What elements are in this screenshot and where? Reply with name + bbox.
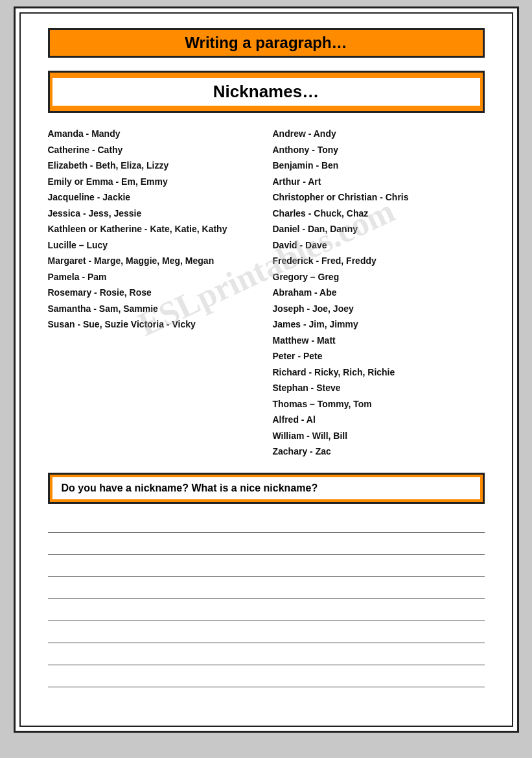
list-item: Elizabeth - Beth, Eliza, Lizzy bbox=[48, 158, 260, 174]
list-item: David - Dave bbox=[273, 237, 485, 254]
list-item: Joseph - Joe, Joey bbox=[273, 301, 485, 317]
list-item: Benjamin - Ben bbox=[273, 158, 485, 174]
list-item: Abraham - Abe bbox=[273, 285, 485, 301]
question-box: Do you have a nickname? What is a nice n… bbox=[48, 473, 485, 504]
left-column: Amanda - MandyCatherine - CathyElizabeth… bbox=[48, 126, 260, 460]
list-item: Pamela - Pam bbox=[48, 269, 260, 285]
list-item: Stephan - Steve bbox=[273, 380, 485, 396]
list-item: Amanda - Mandy bbox=[48, 126, 260, 142]
list-item: Daniel - Dan, Danny bbox=[273, 221, 485, 237]
subtitle-box: Nicknames… bbox=[48, 71, 485, 113]
subtitle: Nicknames… bbox=[65, 82, 467, 102]
list-item: Peter - Pete bbox=[273, 348, 485, 364]
writing-line[interactable] bbox=[48, 514, 485, 533]
list-item: Zachary - Zac bbox=[273, 444, 485, 460]
right-column: Andrew - AndyAnthony - TonyBenjamin - Be… bbox=[273, 126, 485, 460]
list-item: Samantha - Sam, Sammie bbox=[48, 301, 260, 317]
list-item: Jessica - Jess, Jessie bbox=[48, 206, 260, 222]
list-item: Richard - Ricky, Rich, Richie bbox=[273, 364, 485, 381]
list-item: Matthew - Matt bbox=[273, 333, 485, 349]
list-item: Jacqueline - Jackie bbox=[48, 189, 260, 206]
writing-lines bbox=[48, 514, 485, 687]
writing-line[interactable] bbox=[48, 580, 485, 599]
question-inner: Do you have a nickname? What is a nice n… bbox=[52, 477, 480, 499]
list-item: William - Will, Bill bbox=[273, 428, 485, 444]
list-item: Thomas – Tommy, Tom bbox=[273, 396, 485, 412]
page: Writing a paragraph… Nicknames… ESLprint… bbox=[14, 6, 519, 733]
writing-line[interactable] bbox=[48, 602, 485, 621]
writing-line[interactable] bbox=[48, 668, 485, 687]
writing-line[interactable] bbox=[48, 646, 485, 665]
list-item: Christopher or Christian - Chris bbox=[273, 189, 485, 206]
list-item: Andrew - Andy bbox=[273, 126, 485, 142]
writing-line[interactable] bbox=[48, 624, 485, 643]
list-item: Kathleen or Katherine - Kate, Katie, Kat… bbox=[48, 221, 260, 237]
writing-line[interactable] bbox=[48, 536, 485, 555]
question-text: Do you have a nickname? What is a nice n… bbox=[62, 482, 471, 494]
list-item: James - Jim, Jimmy bbox=[273, 316, 485, 333]
list-item: Rosemary - Rosie, Rose bbox=[48, 285, 260, 301]
list-item: Alfred - Al bbox=[273, 412, 485, 428]
list-item: Margaret - Marge, Maggie, Meg, Megan bbox=[48, 253, 260, 269]
nicknames-section: Amanda - MandyCatherine - CathyElizabeth… bbox=[48, 126, 485, 460]
list-item: Susan - Sue, Suzie Victoria - Vicky bbox=[48, 316, 260, 333]
writing-line[interactable] bbox=[48, 558, 485, 577]
list-item: Gregory – Greg bbox=[273, 269, 485, 285]
list-item: Emily or Emma - Em, Emmy bbox=[48, 174, 260, 190]
list-item: Catherine - Cathy bbox=[48, 142, 260, 158]
list-item: Frederick - Fred, Freddy bbox=[273, 253, 485, 269]
list-item: Arthur - Art bbox=[273, 174, 485, 190]
list-item: Charles - Chuck, Chaz bbox=[273, 206, 485, 222]
list-item: Lucille – Lucy bbox=[48, 237, 260, 254]
subtitle-inner: Nicknames… bbox=[52, 78, 480, 106]
list-item: Anthony - Tony bbox=[273, 142, 485, 158]
title-box: Writing a paragraph… bbox=[48, 28, 485, 58]
page-title: Writing a paragraph… bbox=[63, 34, 470, 52]
